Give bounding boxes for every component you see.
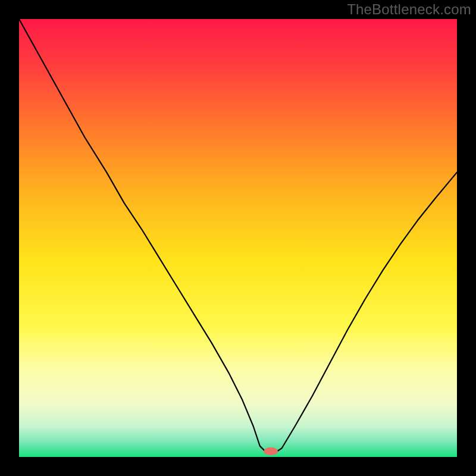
chart-frame: TheBottleneck.com (0, 0, 476, 476)
bottleneck-marker (264, 447, 278, 455)
watermark-text: TheBottleneck.com (347, 1, 471, 18)
bottleneck-chart (19, 19, 457, 457)
plot-area (19, 19, 457, 457)
